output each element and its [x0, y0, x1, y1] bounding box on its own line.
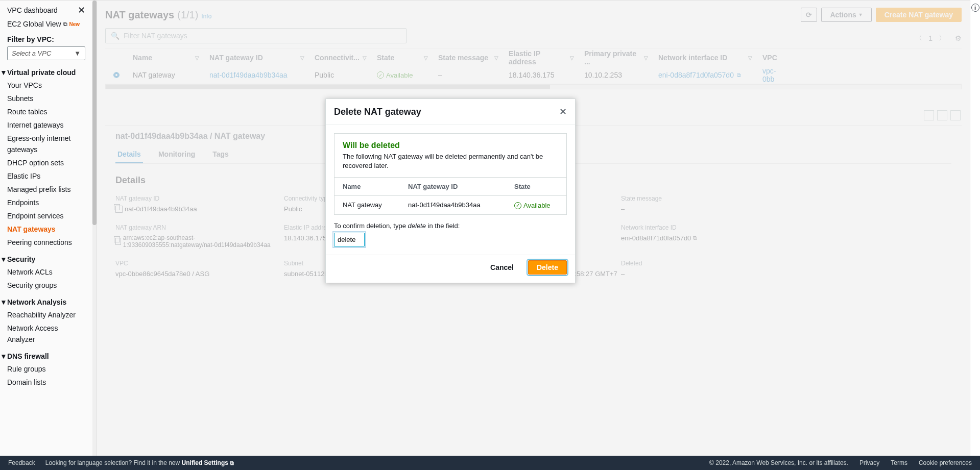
privacy-link[interactable]: Privacy [859, 459, 879, 466]
nav-rule-groups[interactable]: Rule groups [7, 363, 85, 375]
nav-subnets[interactable]: Subnets [7, 93, 85, 104]
footer: Feedback Looking for language selection?… [0, 456, 980, 470]
nav-endpoints[interactable]: Endpoints [7, 197, 85, 208]
nav-your-vpcs[interactable]: Your VPCs [7, 80, 85, 91]
modal-title: Delete NAT gateway [334, 107, 421, 117]
nav-endpoint-services[interactable]: Endpoint services [7, 210, 85, 221]
external-link-icon: ⧉ [63, 21, 67, 28]
unified-settings-link[interactable]: Unified Settings ⧉ [182, 459, 234, 466]
copyright: © 2022, Amazon Web Services, Inc. or its… [709, 459, 848, 466]
sidebar: VPC dashboard ✕ EC2 Global View ⧉ New Fi… [0, 1, 97, 456]
nav-domain-lists[interactable]: Domain lists [7, 377, 85, 388]
nav-peering[interactable]: Peering connections [7, 237, 85, 248]
ec2-global-view-link[interactable]: EC2 Global View [7, 20, 61, 28]
nav-network-acls[interactable]: Network ACLs [7, 266, 85, 278]
nav-reachability-analyzer[interactable]: Reachability Analyzer [7, 309, 85, 320]
confirm-label: To confirm deletion, type delete in the … [334, 222, 567, 230]
terms-link[interactable]: Terms [891, 459, 907, 466]
footer-lang-text: Looking for language selection? Find it … [45, 459, 182, 466]
modal-table-row: NAT gateway nat-0d1f49daa4b9b34aa ✓Avail… [334, 196, 566, 214]
help-rail: i [970, 0, 980, 456]
feedback-link[interactable]: Feedback [8, 459, 35, 466]
nav-egress-gateways[interactable]: Egress-only internet gateways [7, 133, 85, 155]
nav-network-access-analyzer[interactable]: Network Access Analyzer [7, 323, 85, 345]
nav-managed-prefix[interactable]: Managed prefix lists [7, 184, 85, 195]
nav-internet-gateways[interactable]: Internet gateways [7, 119, 85, 131]
external-link-icon: ⧉ [230, 460, 234, 466]
delete-nat-gateway-modal: Delete NAT gateway ✕ Will be deleted The… [325, 98, 576, 283]
nav-nat-gateways[interactable]: NAT gateways [7, 224, 85, 235]
close-icon[interactable]: ✕ [78, 6, 85, 15]
check-icon: ✓ [514, 202, 521, 209]
nav-security-groups[interactable]: Security groups [7, 280, 85, 291]
sidebar-scrollbar[interactable] [92, 1, 97, 456]
nav-route-tables[interactable]: Route tables [7, 106, 85, 117]
close-icon[interactable]: ✕ [559, 106, 567, 117]
warn-desc: The following NAT gateway will be delete… [343, 152, 558, 170]
section-security[interactable]: ▼Security [0, 255, 85, 263]
vpc-dashboard-link[interactable]: VPC dashboard [7, 6, 58, 14]
section-analysis[interactable]: ▼Network Analysis [0, 298, 85, 306]
delete-button[interactable]: Delete [528, 260, 567, 275]
nav-elastic-ips[interactable]: Elastic IPs [7, 170, 85, 182]
section-dns[interactable]: ▼DNS firewall [0, 352, 85, 360]
filter-label: Filter by VPC: [7, 35, 85, 43]
confirm-input[interactable] [334, 233, 365, 246]
nav-dhcp-option-sets[interactable]: DHCP option sets [7, 157, 85, 168]
new-badge: New [69, 21, 80, 27]
cancel-button[interactable]: Cancel [482, 260, 522, 275]
info-icon[interactable]: i [971, 4, 979, 12]
vpc-select-placeholder: Select a VPC [12, 50, 51, 57]
section-vpc[interactable]: ▼Virtual private cloud [0, 68, 85, 77]
warn-title: Will be deleted [343, 141, 558, 150]
vpc-select[interactable]: Select a VPC ▼ [7, 46, 85, 60]
chevron-down-icon: ▼ [74, 50, 81, 57]
cookie-link[interactable]: Cookie preferences [919, 459, 972, 466]
